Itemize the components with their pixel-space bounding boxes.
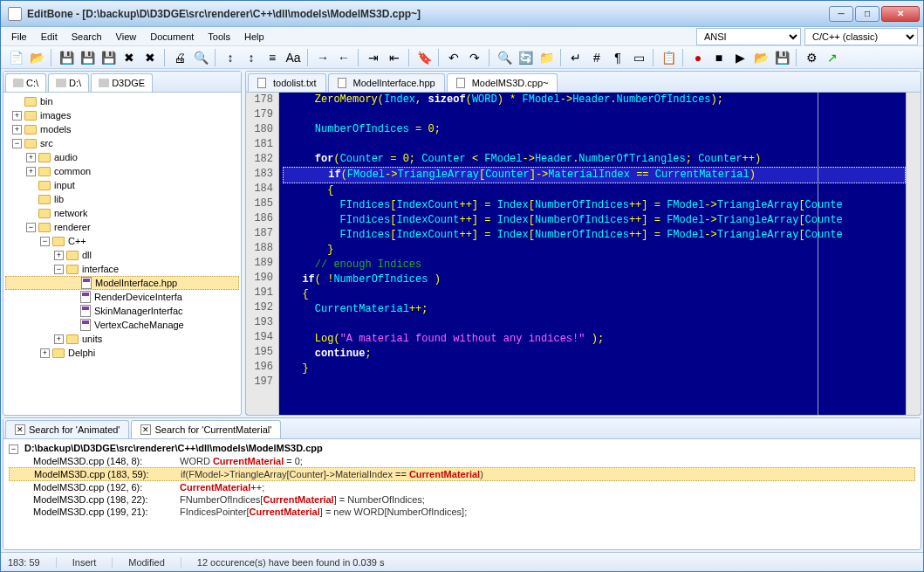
tree-folder[interactable]: +images: [5, 108, 239, 122]
expander-icon[interactable]: +: [54, 251, 64, 260]
search-results[interactable]: − D:\backup\D\D3DGE\src\renderer\C++\dll…: [3, 439, 921, 549]
search-result-row[interactable]: ModelMS3D.cpp (192, 6):CurrentMaterial++…: [9, 481, 915, 493]
expander-icon[interactable]: +: [26, 153, 36, 162]
collapse-icon[interactable]: −: [9, 445, 18, 454]
tree-file[interactable]: ModelInterface.hpp: [5, 276, 239, 290]
code-line[interactable]: [283, 376, 906, 391]
code-line[interactable]: if( !NumberOfIndices ): [283, 272, 906, 287]
menu-view[interactable]: View: [109, 29, 144, 45]
tree-folder[interactable]: +Delphi: [5, 346, 239, 360]
expander-icon[interactable]: +: [12, 125, 22, 134]
menu-search[interactable]: Search: [65, 29, 109, 45]
code-line[interactable]: }: [283, 362, 906, 376]
new-icon[interactable]: 📄: [6, 48, 25, 67]
code-line[interactable]: FIndices[IndexCount++] = Index[NumberOfI…: [283, 213, 906, 228]
code-line[interactable]: ZeroMemory(Index, sizeof(WORD) * FModel-…: [283, 93, 906, 107]
open-macro-icon[interactable]: 📂: [751, 48, 770, 67]
code-line[interactable]: for(Counter = 0; Counter < FModel->Heade…: [283, 152, 906, 167]
folder-tree[interactable]: bin+images+models−src+audio+commoninputl…: [3, 93, 241, 415]
menu-tools[interactable]: Tools: [201, 29, 237, 45]
options-icon[interactable]: ⚙: [802, 48, 821, 67]
tree-folder[interactable]: +dll: [5, 248, 239, 262]
tree-folder[interactable]: input: [5, 178, 239, 192]
titlebar[interactable]: EditBone - [D:\backup\D\D3DGE\src\render…: [1, 1, 923, 27]
tree-folder[interactable]: +units: [5, 332, 239, 346]
record-macro-icon[interactable]: ●: [688, 48, 708, 67]
code-line[interactable]: FIndices[IndexCount++] = Index[NumberOfI…: [283, 228, 906, 243]
print-icon[interactable]: 🖨: [170, 48, 189, 67]
tree-folder[interactable]: −interface: [5, 262, 239, 276]
expander-icon[interactable]: +: [12, 111, 22, 121]
code-line[interactable]: Log("A material found without any indice…: [283, 332, 906, 347]
stop-macro-icon[interactable]: ■: [709, 48, 729, 67]
code-line[interactable]: if(FModel->TriangleArray[Counter]->Mater…: [283, 167, 906, 183]
dec-indent-icon[interactable]: ⇤: [385, 48, 404, 67]
vertical-scrollbar[interactable]: [906, 93, 921, 415]
code-line[interactable]: [283, 317, 906, 332]
close-icon[interactable]: ✕: [140, 424, 151, 435]
wordwrap-icon[interactable]: ↵: [566, 48, 585, 67]
tree-folder[interactable]: −C++: [5, 234, 239, 248]
code-line[interactable]: FIndices[IndexCount++] = Index[NumberOfI…: [283, 198, 906, 213]
code-line[interactable]: {: [283, 183, 906, 198]
expander-icon[interactable]: +: [26, 167, 36, 176]
expander-icon[interactable]: −: [54, 265, 64, 274]
code-line[interactable]: [283, 137, 906, 152]
tree-folder[interactable]: lib: [5, 192, 239, 206]
tree-folder[interactable]: +models: [5, 122, 239, 136]
search-tab[interactable]: ✕Search for 'CurrentMaterial': [131, 420, 281, 438]
tree-folder[interactable]: network: [5, 206, 239, 220]
replace-icon[interactable]: 🔄: [516, 48, 535, 67]
minimize-button[interactable]: ─: [829, 6, 853, 22]
save-as-icon[interactable]: 💾: [78, 48, 97, 67]
code-line[interactable]: }: [283, 243, 906, 258]
code-line[interactable]: [283, 107, 906, 122]
drive-tab[interactable]: D:\: [48, 73, 89, 92]
inc-indent-icon[interactable]: ⇥: [364, 48, 383, 67]
language-combo[interactable]: C/C++ (classic): [804, 28, 918, 45]
tree-file[interactable]: VertexCacheManage: [5, 318, 239, 332]
tree-folder[interactable]: bin: [5, 94, 239, 108]
code-line[interactable]: // enough Indices: [283, 258, 906, 272]
encoding-combo[interactable]: ANSI: [696, 28, 801, 45]
tree-folder[interactable]: +audio: [5, 150, 239, 164]
sort-desc-icon[interactable]: ↕: [242, 48, 261, 67]
close-button[interactable]: ✕: [881, 6, 920, 22]
find-icon[interactable]: 🔍: [495, 48, 514, 67]
code-line[interactable]: {: [283, 287, 906, 302]
editor-tab[interactable]: ModelInterface.hpp: [328, 73, 445, 92]
save-icon[interactable]: 💾: [57, 48, 76, 67]
code-line[interactable]: CurrentMaterial++;: [283, 302, 906, 317]
tree-folder[interactable]: −renderer: [5, 220, 239, 234]
save-all-icon[interactable]: 💾: [99, 48, 118, 67]
code-area[interactable]: ZeroMemory(Index, sizeof(WORD) * FModel-…: [279, 93, 906, 415]
share-icon[interactable]: ↗: [823, 48, 842, 67]
search-result-row[interactable]: ModelMS3D.cpp (198, 22):FNumberOfIndices…: [9, 493, 915, 506]
redo-icon[interactable]: ↷: [465, 48, 484, 67]
close-file-icon[interactable]: ✖: [120, 48, 139, 67]
bookmark-icon[interactable]: 🔖: [414, 48, 434, 67]
editor-tab[interactable]: todolist.txt: [248, 73, 326, 92]
print-preview-icon[interactable]: 🔍: [191, 48, 210, 67]
menu-file[interactable]: File: [4, 29, 34, 45]
menu-document[interactable]: Document: [143, 29, 201, 45]
save-macro-icon[interactable]: 💾: [772, 48, 791, 67]
close-all-icon[interactable]: ✖: [140, 48, 160, 67]
close-icon[interactable]: ✕: [15, 424, 25, 435]
tree-file[interactable]: RenderDeviceInterfa: [5, 290, 239, 304]
remove-dup-icon[interactable]: ≡: [263, 48, 282, 67]
clipboard-icon[interactable]: 📋: [659, 48, 678, 67]
sort-asc-icon[interactable]: ↕: [221, 48, 240, 67]
tree-file[interactable]: SkinManagerInterfac: [5, 304, 239, 318]
find-files-icon[interactable]: 📁: [537, 48, 556, 67]
search-result-row[interactable]: ModelMS3D.cpp (183, 59): if(FModel->Tria…: [9, 467, 915, 481]
code-line[interactable]: NumberOfIndices = 0;: [283, 122, 906, 137]
indent-icon[interactable]: →: [313, 48, 332, 67]
expander-icon[interactable]: −: [12, 139, 22, 148]
search-result-row[interactable]: ModelMS3D.cpp (148, 8):WORD CurrentMater…: [9, 455, 915, 467]
editor-tab[interactable]: ModelMS3D.cpp~: [447, 73, 558, 92]
expander-icon[interactable]: −: [40, 237, 50, 246]
play-macro-icon[interactable]: ▶: [730, 48, 749, 67]
code-editor[interactable]: 1781791801811821831841851861871881891901…: [246, 93, 921, 415]
tree-folder[interactable]: −src: [5, 136, 239, 150]
